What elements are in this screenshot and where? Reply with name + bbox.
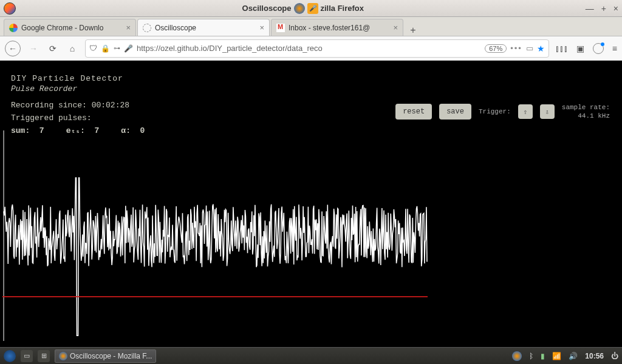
close-button[interactable]: × — [613, 4, 618, 13]
zoom-level-badge[interactable]: 67% — [485, 44, 507, 53]
menu-icon[interactable]: ≡ — [612, 44, 617, 53]
window-title-suffix: zilla Firefox — [321, 4, 364, 13]
tab-label: Oscilloscope — [155, 24, 257, 32]
tray-firefox-icon[interactable] — [512, 351, 522, 361]
sample-rate-label: sample rate: — [562, 103, 610, 112]
nav-toolbar: ← → ⟳ ⌂ 🛡 🔒 ⊶ 🎤 https://ozel.github.io/D… — [0, 36, 622, 61]
save-button[interactable]: save — [439, 104, 471, 120]
detector-readout: DIY Particle Detector Pulse Recorder Rec… — [11, 74, 145, 136]
minimize-button[interactable]: — — [586, 4, 594, 13]
library-icon[interactable]: ⫿⫿⫿ — [555, 44, 568, 53]
controls: reset save Trigger: ⇧ ⇩ sample rate: 44.… — [395, 103, 610, 121]
recording-label: Recording since: — [11, 101, 87, 110]
tab-close-icon[interactable]: × — [126, 23, 131, 32]
tab-oscilloscope[interactable]: Oscilloscope × — [137, 19, 270, 36]
tab-chrome-download[interactable]: Google Chrome - Downlo × — [4, 19, 136, 36]
waveform-path — [4, 178, 427, 335]
sample-rate-value: 44.1 kHz — [562, 112, 610, 120]
system-tray: ᛒ ▮ 📶 🔊 10:56 ⏻ — [512, 351, 618, 361]
reload-button[interactable]: ⟳ — [46, 42, 60, 55]
globe-favicon-icon — [143, 24, 151, 32]
tab-close-icon[interactable]: × — [259, 23, 264, 32]
window-title-prefix: Oscilloscope — [242, 4, 292, 13]
tray-clock[interactable]: 10:56 — [585, 352, 604, 360]
triggered-label: Triggered pulses: — [11, 113, 145, 124]
tray-volume-icon[interactable]: 🔊 — [569, 352, 578, 360]
home-button[interactable]: ⌂ — [66, 42, 79, 55]
back-button[interactable]: ← — [5, 41, 21, 56]
trigger-up-button[interactable]: ⇧ — [518, 104, 533, 119]
recording-time-line: Recording since: 00:02:28 — [11, 101, 145, 111]
taskbar-task-label: Oscilloscope - Mozilla F... — [70, 352, 152, 360]
shield-icon[interactable]: 🛡 — [89, 44, 97, 53]
new-tab-button[interactable]: + — [405, 25, 422, 36]
window-title: Oscilloscope 🎤 zilla Firefox — [21, 3, 586, 14]
tab-close-icon[interactable]: × — [393, 23, 398, 32]
url-text: https://ozel.github.io/DIY_particle_dete… — [137, 44, 481, 53]
tray-bluetooth-icon[interactable]: ᛒ — [529, 352, 533, 360]
tab-label: Google Chrome - Downlo — [21, 24, 123, 32]
page-actions-icon[interactable]: ••• — [510, 44, 522, 53]
taskbar-active-task[interactable]: Oscilloscope - Mozilla F... — [55, 349, 156, 363]
waveform-svg — [2, 130, 428, 341]
sidebar-icon[interactable]: ▣ — [576, 44, 584, 53]
account-icon[interactable] — [593, 43, 604, 54]
workspaces-button[interactable]: ⊞ — [38, 350, 50, 362]
microphone-indicator-icon: 🎤 — [307, 3, 318, 14]
forward-button[interactable]: → — [27, 42, 40, 55]
reader-mode-icon[interactable]: ▭ — [526, 44, 533, 53]
tab-gmail-inbox[interactable]: Inbox - steve.foster161@ × — [271, 19, 403, 36]
show-desktop-button[interactable]: ▭ — [21, 350, 33, 362]
recording-value: 00:02:28 — [92, 101, 129, 110]
url-bar[interactable]: 🛡 🔒 ⊶ 🎤 https://ozel.github.io/DIY_parti… — [85, 39, 549, 58]
microphone-permission-icon[interactable]: 🎤 — [124, 44, 133, 53]
firefox-app-icon — [4, 2, 16, 15]
start-menu-button[interactable] — [4, 350, 16, 362]
lock-icon[interactable]: 🔒 — [101, 44, 110, 53]
tray-battery-icon[interactable]: ▮ — [541, 352, 545, 360]
desktop-titlebar: Oscilloscope 🎤 zilla Firefox — + × — [0, 0, 622, 17]
tab-strip: Google Chrome - Downlo × Oscilloscope × … — [0, 17, 622, 36]
window-controls: — + × — [586, 4, 618, 13]
app-subtitle: Pulse Recorder — [11, 84, 145, 95]
firefox-taskbar-icon — [59, 352, 67, 360]
desktop-taskbar: ▭ ⊞ Oscilloscope - Mozilla F... ᛒ ▮ 📶 🔊 … — [0, 347, 622, 364]
bookmark-star-icon[interactable]: ★ — [537, 44, 545, 53]
trigger-label: Trigger: — [479, 108, 511, 115]
permissions-icon[interactable]: ⊶ — [114, 44, 120, 52]
app-title: DIY Particle Detector — [11, 74, 145, 84]
toolbar-right-icons: ⫿⫿⫿ ▣ ≡ — [555, 43, 617, 54]
tray-network-icon[interactable]: 📶 — [552, 352, 561, 360]
oscilloscope-canvas — [2, 130, 428, 341]
maximize-button[interactable]: + — [601, 4, 606, 13]
tray-power-icon[interactable]: ⏻ — [611, 352, 618, 360]
page-content: DIY Particle Detector Pulse Recorder Rec… — [0, 61, 622, 347]
chrome-favicon-icon — [9, 24, 18, 32]
reset-button[interactable]: reset — [395, 104, 432, 120]
sample-rate: sample rate: 44.1 kHz — [562, 103, 610, 121]
trigger-down-button[interactable]: ⇩ — [540, 104, 555, 119]
tab-label: Inbox - steve.foster161@ — [289, 24, 391, 32]
firefox-icon — [294, 3, 305, 14]
gmail-favicon-icon — [276, 24, 285, 32]
